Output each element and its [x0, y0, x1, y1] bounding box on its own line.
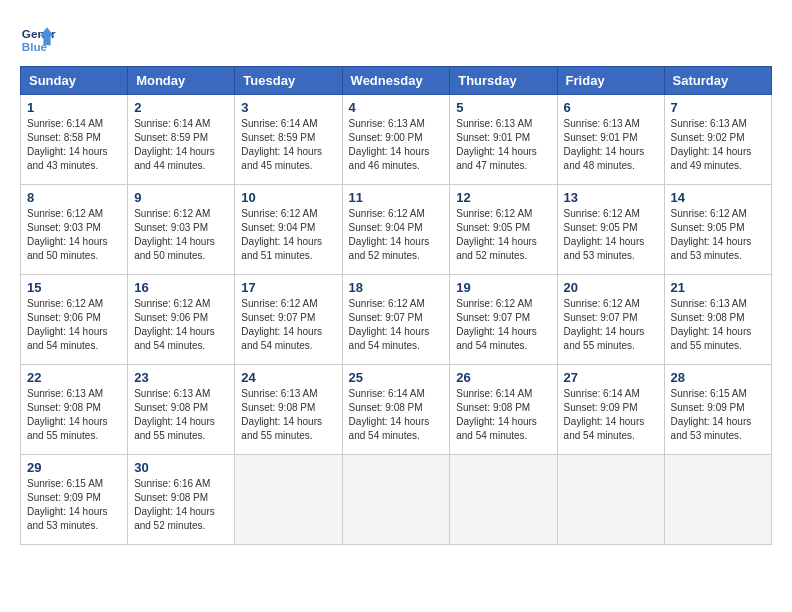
calendar-cell: 27Sunrise: 6:14 AMSunset: 9:09 PMDayligh…	[557, 365, 664, 455]
day-info: Sunrise: 6:12 AMSunset: 9:05 PMDaylight:…	[564, 207, 658, 263]
day-number: 17	[241, 280, 335, 295]
day-info: Sunrise: 6:12 AMSunset: 9:06 PMDaylight:…	[134, 297, 228, 353]
logo-icon: General Blue	[20, 20, 56, 56]
day-info: Sunrise: 6:12 AMSunset: 9:04 PMDaylight:…	[241, 207, 335, 263]
calendar-cell: 30Sunrise: 6:16 AMSunset: 9:08 PMDayligh…	[128, 455, 235, 545]
weekday-header-monday: Monday	[128, 67, 235, 95]
week-row-3: 15Sunrise: 6:12 AMSunset: 9:06 PMDayligh…	[21, 275, 772, 365]
day-number: 6	[564, 100, 658, 115]
calendar-cell: 20Sunrise: 6:12 AMSunset: 9:07 PMDayligh…	[557, 275, 664, 365]
calendar-cell: 6Sunrise: 6:13 AMSunset: 9:01 PMDaylight…	[557, 95, 664, 185]
calendar-cell: 12Sunrise: 6:12 AMSunset: 9:05 PMDayligh…	[450, 185, 557, 275]
day-info: Sunrise: 6:13 AMSunset: 9:01 PMDaylight:…	[456, 117, 550, 173]
day-info: Sunrise: 6:14 AMSunset: 9:08 PMDaylight:…	[349, 387, 444, 443]
day-number: 9	[134, 190, 228, 205]
weekday-header-friday: Friday	[557, 67, 664, 95]
day-number: 23	[134, 370, 228, 385]
week-row-4: 22Sunrise: 6:13 AMSunset: 9:08 PMDayligh…	[21, 365, 772, 455]
day-info: Sunrise: 6:13 AMSunset: 9:08 PMDaylight:…	[27, 387, 121, 443]
day-info: Sunrise: 6:14 AMSunset: 8:59 PMDaylight:…	[241, 117, 335, 173]
day-info: Sunrise: 6:12 AMSunset: 9:04 PMDaylight:…	[349, 207, 444, 263]
day-info: Sunrise: 6:13 AMSunset: 9:08 PMDaylight:…	[134, 387, 228, 443]
day-info: Sunrise: 6:13 AMSunset: 9:08 PMDaylight:…	[671, 297, 765, 353]
calendar-cell: 28Sunrise: 6:15 AMSunset: 9:09 PMDayligh…	[664, 365, 771, 455]
calendar-cell: 1Sunrise: 6:14 AMSunset: 8:58 PMDaylight…	[21, 95, 128, 185]
day-number: 7	[671, 100, 765, 115]
day-info: Sunrise: 6:12 AMSunset: 9:07 PMDaylight:…	[564, 297, 658, 353]
day-info: Sunrise: 6:16 AMSunset: 9:08 PMDaylight:…	[134, 477, 228, 533]
calendar-cell	[664, 455, 771, 545]
day-number: 20	[564, 280, 658, 295]
day-number: 1	[27, 100, 121, 115]
day-number: 18	[349, 280, 444, 295]
day-number: 3	[241, 100, 335, 115]
day-number: 25	[349, 370, 444, 385]
week-row-2: 8Sunrise: 6:12 AMSunset: 9:03 PMDaylight…	[21, 185, 772, 275]
calendar-cell: 15Sunrise: 6:12 AMSunset: 9:06 PMDayligh…	[21, 275, 128, 365]
header: General Blue	[20, 20, 772, 56]
weekday-header-row: SundayMondayTuesdayWednesdayThursdayFrid…	[21, 67, 772, 95]
day-number: 4	[349, 100, 444, 115]
calendar-cell: 25Sunrise: 6:14 AMSunset: 9:08 PMDayligh…	[342, 365, 450, 455]
calendar-cell: 22Sunrise: 6:13 AMSunset: 9:08 PMDayligh…	[21, 365, 128, 455]
calendar-cell: 21Sunrise: 6:13 AMSunset: 9:08 PMDayligh…	[664, 275, 771, 365]
day-info: Sunrise: 6:12 AMSunset: 9:05 PMDaylight:…	[671, 207, 765, 263]
day-info: Sunrise: 6:14 AMSunset: 9:08 PMDaylight:…	[456, 387, 550, 443]
day-info: Sunrise: 6:13 AMSunset: 9:00 PMDaylight:…	[349, 117, 444, 173]
day-info: Sunrise: 6:15 AMSunset: 9:09 PMDaylight:…	[671, 387, 765, 443]
day-info: Sunrise: 6:15 AMSunset: 9:09 PMDaylight:…	[27, 477, 121, 533]
day-number: 11	[349, 190, 444, 205]
calendar-cell	[557, 455, 664, 545]
day-info: Sunrise: 6:12 AMSunset: 9:07 PMDaylight:…	[456, 297, 550, 353]
day-number: 19	[456, 280, 550, 295]
calendar-cell: 9Sunrise: 6:12 AMSunset: 9:03 PMDaylight…	[128, 185, 235, 275]
weekday-header-wednesday: Wednesday	[342, 67, 450, 95]
calendar-cell: 16Sunrise: 6:12 AMSunset: 9:06 PMDayligh…	[128, 275, 235, 365]
calendar-cell: 2Sunrise: 6:14 AMSunset: 8:59 PMDaylight…	[128, 95, 235, 185]
day-info: Sunrise: 6:12 AMSunset: 9:05 PMDaylight:…	[456, 207, 550, 263]
day-info: Sunrise: 6:12 AMSunset: 9:03 PMDaylight:…	[27, 207, 121, 263]
day-number: 10	[241, 190, 335, 205]
day-info: Sunrise: 6:13 AMSunset: 9:08 PMDaylight:…	[241, 387, 335, 443]
day-number: 14	[671, 190, 765, 205]
day-number: 24	[241, 370, 335, 385]
calendar: SundayMondayTuesdayWednesdayThursdayFrid…	[20, 66, 772, 545]
day-info: Sunrise: 6:12 AMSunset: 9:07 PMDaylight:…	[349, 297, 444, 353]
day-number: 5	[456, 100, 550, 115]
day-number: 30	[134, 460, 228, 475]
calendar-cell: 14Sunrise: 6:12 AMSunset: 9:05 PMDayligh…	[664, 185, 771, 275]
day-info: Sunrise: 6:14 AMSunset: 9:09 PMDaylight:…	[564, 387, 658, 443]
calendar-header: SundayMondayTuesdayWednesdayThursdayFrid…	[21, 67, 772, 95]
day-number: 28	[671, 370, 765, 385]
calendar-cell	[450, 455, 557, 545]
day-info: Sunrise: 6:12 AMSunset: 9:03 PMDaylight:…	[134, 207, 228, 263]
day-number: 26	[456, 370, 550, 385]
calendar-cell: 26Sunrise: 6:14 AMSunset: 9:08 PMDayligh…	[450, 365, 557, 455]
calendar-cell	[342, 455, 450, 545]
day-info: Sunrise: 6:12 AMSunset: 9:07 PMDaylight:…	[241, 297, 335, 353]
weekday-header-tuesday: Tuesday	[235, 67, 342, 95]
calendar-cell	[235, 455, 342, 545]
day-number: 29	[27, 460, 121, 475]
calendar-cell: 24Sunrise: 6:13 AMSunset: 9:08 PMDayligh…	[235, 365, 342, 455]
day-info: Sunrise: 6:13 AMSunset: 9:02 PMDaylight:…	[671, 117, 765, 173]
day-number: 13	[564, 190, 658, 205]
logo: General Blue	[20, 20, 56, 56]
day-number: 12	[456, 190, 550, 205]
calendar-cell: 10Sunrise: 6:12 AMSunset: 9:04 PMDayligh…	[235, 185, 342, 275]
day-number: 16	[134, 280, 228, 295]
weekday-header-sunday: Sunday	[21, 67, 128, 95]
day-number: 27	[564, 370, 658, 385]
calendar-cell: 19Sunrise: 6:12 AMSunset: 9:07 PMDayligh…	[450, 275, 557, 365]
weekday-header-saturday: Saturday	[664, 67, 771, 95]
calendar-body: 1Sunrise: 6:14 AMSunset: 8:58 PMDaylight…	[21, 95, 772, 545]
day-info: Sunrise: 6:14 AMSunset: 8:59 PMDaylight:…	[134, 117, 228, 173]
calendar-cell: 4Sunrise: 6:13 AMSunset: 9:00 PMDaylight…	[342, 95, 450, 185]
calendar-cell: 8Sunrise: 6:12 AMSunset: 9:03 PMDaylight…	[21, 185, 128, 275]
calendar-cell: 3Sunrise: 6:14 AMSunset: 8:59 PMDaylight…	[235, 95, 342, 185]
day-number: 15	[27, 280, 121, 295]
calendar-cell: 23Sunrise: 6:13 AMSunset: 9:08 PMDayligh…	[128, 365, 235, 455]
calendar-cell: 11Sunrise: 6:12 AMSunset: 9:04 PMDayligh…	[342, 185, 450, 275]
calendar-cell: 5Sunrise: 6:13 AMSunset: 9:01 PMDaylight…	[450, 95, 557, 185]
day-number: 2	[134, 100, 228, 115]
